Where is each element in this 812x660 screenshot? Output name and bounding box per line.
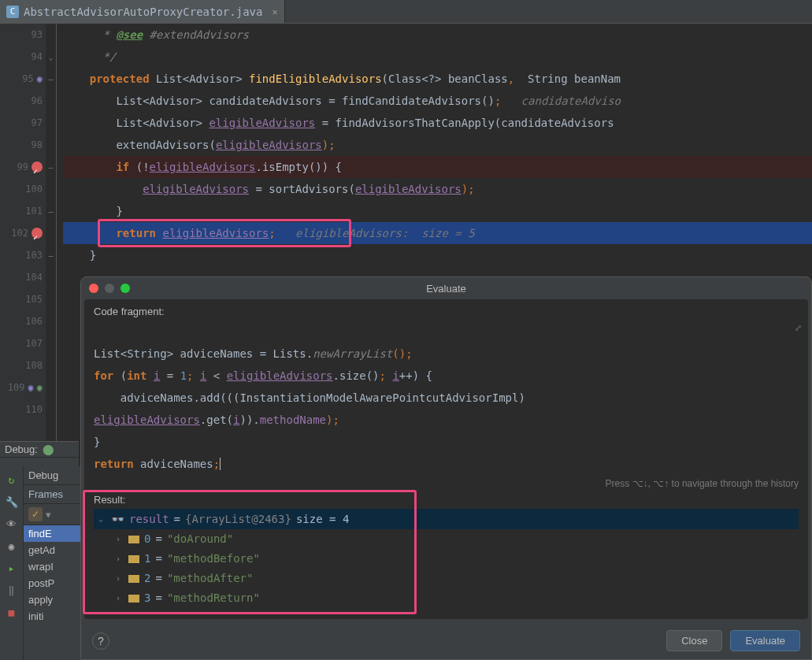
debug-toolbar: ↻ 🔧 👁 ◉ ▸ ‖ ■ (0, 466, 24, 660)
evaluate-button[interactable]: Evaluate (730, 630, 800, 651)
watch-icon: 👓 (111, 510, 124, 528)
fold-end-icon[interactable]: ⌄ (46, 46, 56, 68)
fold-start-icon[interactable]: – (46, 68, 56, 90)
implement-icon[interactable]: ◉ (37, 376, 43, 399)
fold-end-icon[interactable]: – (46, 244, 56, 266)
override-icon[interactable]: ◉ (28, 376, 34, 399)
minimize-window-icon (105, 284, 114, 293)
evaluate-dialog: Evaluate Code fragment: ⤢ List<String> a… (80, 276, 812, 660)
debug-panel-title: Debug: ⬤ (0, 442, 79, 458)
dialog-titlebar[interactable]: Evaluate (81, 277, 811, 299)
dropdown-icon[interactable]: ▾ (46, 509, 51, 521)
fold-start-icon[interactable]: – (46, 156, 56, 178)
stack-frame[interactable]: findE (24, 525, 80, 542)
close-button[interactable]: Close (666, 630, 722, 651)
filter-icon[interactable]: ✓ (28, 507, 43, 521)
help-button[interactable]: ? (92, 632, 109, 650)
breakpoint-icon[interactable] (32, 161, 43, 172)
editor-tab-bar: C AbstractAdvisorAutoProxyCreator.java ✕ (0, 0, 812, 24)
file-tab-name: AbstractAdvisorAutoProxyCreator.java (24, 6, 262, 18)
breakpoint-icon[interactable] (32, 228, 43, 239)
dialog-title: Evaluate (426, 283, 466, 295)
frames-tab[interactable]: Frames (24, 485, 80, 504)
view-breakpoints-icon[interactable]: 👁 (3, 515, 20, 532)
result-item[interactable]: › 3 = "methodReturn" (94, 588, 799, 608)
stack-frame[interactable]: apply (24, 591, 80, 608)
override-icon[interactable]: ◉ (37, 68, 43, 90)
result-item[interactable]: › 2 = "methodAfter" (94, 569, 799, 588)
field-icon (128, 555, 139, 563)
rerun-icon[interactable]: ↻ (3, 471, 20, 488)
collapse-icon[interactable]: ⤢ (795, 323, 802, 333)
frames-panel: Debug Frames ✓ ▾ findE getAd wrapI postP… (24, 466, 80, 660)
stack-frame[interactable]: getAd (24, 542, 80, 558)
fold-gutter: ⌄ – – – – (46, 24, 57, 441)
code-fragment-label: Code fragment: (94, 306, 799, 317)
stack-frame[interactable]: initi (24, 608, 80, 625)
field-icon (128, 536, 139, 543)
code-fragment-editor[interactable]: List<String> adviceNames = Lists.newArra… (94, 321, 799, 475)
stack-frame[interactable]: postP (24, 575, 80, 591)
result-item[interactable]: › 1 = "methodBefore" (94, 549, 799, 569)
expand-icon[interactable]: › (116, 549, 124, 569)
result-root[interactable]: ⌄ 👓 result = {ArrayList@2463} size = 4 (94, 509, 799, 529)
debugger-tab[interactable]: Debug (24, 466, 80, 485)
dialog-footer: ? Close Evaluate (81, 622, 811, 659)
expand-icon[interactable]: › (116, 588, 124, 608)
expand-icon[interactable]: › (116, 529, 124, 549)
close-tab-icon[interactable]: ✕ (272, 6, 277, 17)
mute-breakpoints-icon[interactable]: ◉ (3, 537, 20, 554)
stop-icon[interactable]: ■ (3, 603, 20, 621)
result-label: Result: (94, 494, 799, 506)
class-file-icon: C (6, 6, 19, 18)
result-item[interactable]: › 0 = "doAround" (94, 529, 799, 549)
history-hint: Press ⌥↓, ⌥↑ to navigate through the his… (94, 478, 799, 489)
window-controls[interactable] (89, 284, 130, 293)
file-tab[interactable]: C AbstractAdvisorAutoProxyCreator.java ✕ (0, 0, 285, 23)
maximize-window-icon[interactable] (121, 284, 130, 293)
fold-end-icon[interactable]: – (46, 200, 56, 222)
expand-icon[interactable]: ⌄ (98, 510, 106, 528)
pause-icon[interactable]: ‖ (3, 581, 20, 599)
line-number-gutter: 93 94 95◉ 96 97 98 99 100 101 102 103 10… (0, 24, 46, 441)
expand-icon[interactable]: › (116, 569, 124, 588)
debug-run-config-icon: ⬤ (43, 443, 54, 455)
field-icon (128, 575, 139, 583)
field-icon (128, 595, 139, 603)
stack-frame[interactable]: wrapI (24, 558, 80, 575)
settings-icon[interactable]: 🔧 (3, 493, 20, 510)
close-window-icon[interactable] (89, 284, 98, 293)
resume-icon[interactable]: ▸ (3, 559, 20, 577)
result-area: Result: ⌄ 👓 result = {ArrayList@2463} si… (94, 494, 799, 608)
